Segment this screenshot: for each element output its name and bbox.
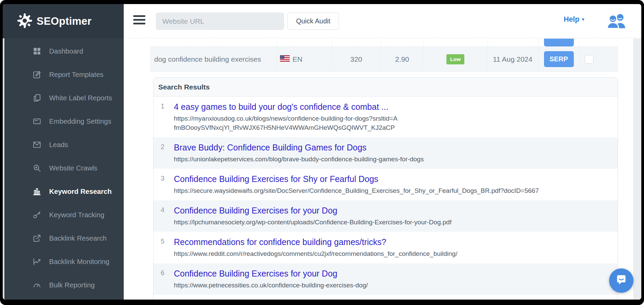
- serp-cell: SERP: [538, 47, 579, 72]
- result-url: https://myanxiousdog.co.uk/blogs/news/co…: [174, 114, 398, 132]
- menu-icon[interactable]: [133, 15, 145, 26]
- sidebar-item-label: Website Crawls: [49, 164, 97, 172]
- search-result-row: 14 easy games to build your dog's confid…: [154, 97, 618, 137]
- result-title-link[interactable]: Recommendations for confidence building …: [174, 236, 386, 248]
- serp-button[interactable]: SERP: [544, 51, 574, 67]
- result-body: Brave Buddy: Confidence Building Games f…: [174, 142, 611, 164]
- app-window: SEOptimer DashboardReport TemplatesWhite…: [0, 0, 644, 305]
- result-rank: 4: [154, 205, 174, 227]
- result-title-link[interactable]: Confidence Building Exercises for Shy or…: [174, 173, 378, 185]
- search-result-row: 3Confidence Building Exercises for Shy o…: [154, 169, 618, 200]
- search-result-row: 2Brave Buddy: Confidence Building Games …: [154, 137, 618, 169]
- us-flag-icon: [280, 55, 290, 63]
- search-plus-icon: [32, 163, 42, 173]
- keyword-cell: dog confidence building exercises: [150, 47, 277, 72]
- result-title-link[interactable]: 4 easy games to build your dog's confide…: [174, 101, 388, 113]
- sidebar-item-label: Keyword Tracking: [49, 211, 104, 219]
- top-bar: Quick Audit Help▾: [124, 4, 641, 38]
- sidebar-item-label: Embedding Settings: [49, 117, 111, 125]
- users-icon[interactable]: [606, 13, 627, 30]
- result-title-link[interactable]: 8 Dog Confidence Building Exercises for …: [174, 299, 382, 300]
- search-result-row: 6Confidence Building Exercises for your …: [154, 263, 618, 295]
- chat-bubble-icon: [615, 274, 627, 287]
- result-title-link[interactable]: Confidence Building Exercises for your D…: [174, 205, 337, 216]
- sidebar-item-label: Leads: [49, 141, 68, 149]
- result-title-link[interactable]: Confidence Building Exercises for your D…: [174, 268, 337, 279]
- sidebar-item-bulk-reporting[interactable]: Bulk Reporting: [4, 273, 124, 297]
- search-results-list: 14 easy games to build your dog's confid…: [154, 97, 618, 300]
- result-body: Confidence Building Exercises for your D…: [174, 268, 611, 290]
- logo-text: SEOptimer: [37, 15, 92, 27]
- result-body: 8 Dog Confidence Building Exercises for …: [174, 299, 611, 300]
- sidebar-nav: DashboardReport TemplatesWhite Label Rep…: [4, 38, 124, 300]
- chat-button[interactable]: [609, 268, 633, 293]
- search-result-row: 5Recommendations for confidence building…: [154, 232, 618, 263]
- logo[interactable]: SEOptimer: [3, 4, 124, 38]
- serp-button-partial[interactable]: [544, 39, 574, 46]
- result-url: https://www.petnecessities.co.uk/confide…: [174, 281, 611, 290]
- table-row-partial: [150, 39, 618, 47]
- result-rank: 1: [154, 101, 174, 132]
- sidebar-item-backlink-research[interactable]: Backlink Research: [4, 226, 124, 250]
- line-chart-icon: [32, 257, 42, 266]
- sidebar-item-label: Backlink Research: [49, 234, 107, 242]
- result-rank: 3: [154, 173, 174, 195]
- language-label: EN: [293, 55, 302, 63]
- sidebar-item-label: Backlink Monitoring: [49, 258, 109, 266]
- chevron-down-icon: ▾: [582, 16, 584, 22]
- copy-icon: [32, 93, 42, 103]
- result-rank: 7: [154, 299, 174, 300]
- edit-icon: [32, 70, 42, 79]
- sidebar-item-dashboard[interactable]: Dashboard: [4, 39, 124, 63]
- sidebar-item-label: White Label Reports: [49, 94, 112, 102]
- result-body: 4 easy games to build your dog's confide…: [174, 101, 611, 132]
- bar-chart-icon: [32, 187, 42, 196]
- envelope-icon: [32, 140, 42, 149]
- status-badge: Low: [446, 54, 464, 64]
- sidebar-item-keyword-research[interactable]: Keyword Research: [4, 180, 124, 203]
- help-label: Help: [564, 15, 580, 23]
- keyword-table: dog confidence building exercises: [150, 39, 618, 72]
- sidebar-item-label: Bulk Reporting: [49, 281, 95, 289]
- result-url: https://lpchumanesociety.org/wp-content/…: [174, 218, 611, 227]
- scrollbar[interactable]: [633, 39, 641, 300]
- external-link-icon: [32, 233, 42, 243]
- website-url-input[interactable]: [156, 13, 284, 30]
- sidebar-item-keyword-tracking[interactable]: Keyword Tracking: [4, 203, 124, 226]
- app-viewport: SEOptimer DashboardReport TemplatesWhite…: [3, 4, 641, 300]
- result-body: Recommendations for confidence building …: [174, 236, 611, 258]
- dashboard-icon: [32, 46, 42, 56]
- result-rank: 2: [154, 142, 174, 164]
- sidebar-item-report-templates[interactable]: Report Templates: [4, 63, 124, 86]
- sidebar-item-website-crawls[interactable]: Website Crawls: [4, 156, 124, 180]
- volume-cell: 320: [331, 47, 381, 72]
- seoptimer-gear-icon: [17, 13, 33, 30]
- help-menu[interactable]: Help▾: [564, 15, 584, 24]
- sidebar-item-label: Report Templates: [49, 70, 103, 79]
- result-rank: 5: [154, 236, 174, 258]
- key-icon: [32, 210, 42, 220]
- sidebar-item-label: Keyword Research: [49, 187, 112, 196]
- result-body: Confidence Building Exercises for Shy or…: [174, 173, 611, 195]
- result-title-link[interactable]: Brave Buddy: Confidence Building Games f…: [174, 142, 366, 153]
- search-result-row: 4Confidence Building Exercises for your …: [154, 200, 618, 232]
- sidebar-item-backlink-monitoring[interactable]: Backlink Monitoring: [4, 250, 124, 273]
- row-checkbox[interactable]: [585, 55, 593, 64]
- checkbox-cell: [579, 47, 618, 72]
- cpc-cell: 2.90: [381, 47, 423, 72]
- sidebar-item-leads[interactable]: Leads: [4, 133, 124, 156]
- result-body: Confidence Building Exercises for your D…: [174, 205, 611, 227]
- sidebar: SEOptimer DashboardReport TemplatesWhite…: [3, 4, 124, 300]
- sidebar-item-white-label-reports[interactable]: White Label Reports: [4, 86, 124, 109]
- gauge-icon: [32, 280, 42, 290]
- panel-title: Search Results: [154, 78, 618, 97]
- quick-audit-button[interactable]: Quick Audit: [287, 13, 339, 30]
- embed-card-icon: [32, 117, 42, 126]
- result-rank: 6: [154, 268, 174, 290]
- search-results-panel: Search Results 14 easy games to build yo…: [153, 77, 618, 300]
- keyword-row: dog confidence building exercises: [150, 47, 618, 72]
- result-url: https://www.reddit.com/r/reactivedogs/co…: [174, 249, 611, 258]
- sidebar-item-embedding-settings[interactable]: Embedding Settings: [4, 109, 124, 133]
- competition-cell: Low: [423, 47, 487, 72]
- main-content: dog confidence building exercises: [124, 39, 641, 300]
